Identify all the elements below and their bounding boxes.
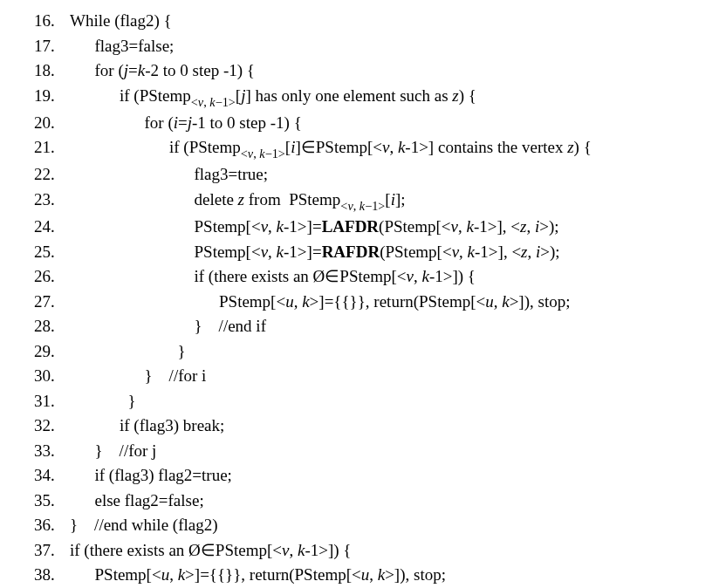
line-number-dot: . [51, 489, 70, 514]
line-number-dot: . [51, 84, 70, 111]
line-number: 30 [17, 364, 51, 389]
code-content: PStemp[<u, k>]={{}}, return(PStemp[<u, k… [70, 563, 446, 588]
code-content: if (PStemp<v, k−1>[i]∈PStemp[<v, k-1>] c… [70, 135, 592, 162]
line-number: 22 [17, 162, 51, 188]
line-number-dot: . [51, 463, 70, 489]
line-number-dot: . [51, 264, 70, 290]
code-line: 24. PStemp[<v, k-1>]=LAFDR(PStemp[<v, k-… [17, 215, 702, 240]
code-content: for (i=j-1 to 0 step -1) { [70, 111, 302, 136]
code-line: 22. flag3=true; [17, 162, 702, 188]
code-content: else flag2=false; [70, 489, 204, 514]
code-line: 23. delete z from PStemp<v, k−1>[i]; [17, 188, 702, 215]
code-line: 32. if (flag3) break; [17, 414, 702, 439]
code-content: if (PStemp<v, k−1>[j] has only one eleme… [70, 84, 476, 111]
line-number-dot: . [51, 135, 70, 162]
line-number: 16 [17, 9, 51, 34]
code-line: 21. if (PStemp<v, k−1>[i]∈PStemp[<v, k-1… [17, 135, 702, 162]
code-line: 19. if (PStemp<v, k−1>[j] has only one e… [17, 84, 702, 111]
code-content: for (j=k-2 to 0 step -1) { [70, 58, 255, 84]
code-content: } //for i [70, 364, 206, 389]
line-number-dot: . [51, 188, 70, 215]
line-number-dot: . [51, 364, 70, 389]
line-number-dot: . [51, 389, 70, 414]
line-number: 37 [17, 538, 51, 564]
line-number: 27 [17, 290, 51, 315]
code-line: 17. flag3=false; [17, 34, 702, 59]
line-number-dot: . [51, 240, 70, 265]
code-content: if (there exists an Ø∈PStemp[<v, k-1>]) … [70, 538, 351, 564]
line-number-dot: . [51, 34, 70, 59]
line-number-dot: . [51, 215, 70, 240]
code-line: 35. else flag2=false; [17, 489, 702, 514]
code-line: 36.} //end while (flag2) [17, 513, 702, 538]
line-number: 24 [17, 215, 51, 240]
code-content: if (flag3) flag2=true; [70, 463, 232, 489]
code-content: PStemp[<v, k-1>]=RAFDR(PStemp[<v, k-1>],… [70, 240, 560, 265]
line-number-dot: . [51, 162, 70, 188]
code-content: } //end if [70, 314, 266, 339]
line-number: 25 [17, 240, 51, 265]
line-number: 17 [17, 34, 51, 59]
code-content: } //for j [70, 439, 156, 464]
code-line: 29. } [17, 339, 702, 365]
line-number: 36 [17, 513, 51, 538]
line-number: 21 [17, 135, 51, 162]
code-content: flag3=true; [70, 162, 268, 188]
code-line: 27. PStemp[<u, k>]={{}}, return(PStemp[<… [17, 290, 702, 315]
code-line: 18. for (j=k-2 to 0 step -1) { [17, 58, 702, 84]
code-content: } [70, 389, 136, 414]
line-number-dot: . [51, 290, 70, 315]
line-number-dot: . [51, 314, 70, 339]
line-number-dot: . [51, 9, 70, 34]
code-content: flag3=false; [70, 34, 174, 59]
code-content: While (flag2) { [70, 9, 172, 34]
code-line: 26. if (there exists an Ø∈PStemp[<v, k-1… [17, 264, 702, 290]
line-number: 29 [17, 339, 51, 365]
line-number: 18 [17, 58, 51, 84]
code-line: 20. for (i=j-1 to 0 step -1) { [17, 111, 702, 136]
line-number: 38 [17, 563, 51, 588]
code-content: if (there exists an Ø∈PStemp[<v, k-1>]) … [70, 264, 476, 290]
code-content: delete z from PStemp<v, k−1>[i]; [70, 188, 406, 215]
code-content: PStemp[<v, k-1>]=LAFDR(PStemp[<v, k-1>],… [70, 215, 559, 240]
code-line: 38. PStemp[<u, k>]={{}}, return(PStemp[<… [17, 563, 702, 588]
line-number: 35 [17, 489, 51, 514]
line-number: 31 [17, 389, 51, 414]
code-line: 33. } //for j [17, 439, 702, 464]
code-line: 16.While (flag2) { [17, 9, 702, 34]
line-number-dot: . [51, 563, 70, 588]
line-number: 26 [17, 264, 51, 290]
code-content: } //end while (flag2) [70, 513, 218, 538]
line-number: 20 [17, 111, 51, 136]
pseudocode-listing: 16.While (flag2) {17. flag3=false;18. fo… [17, 9, 702, 588]
code-content: } [70, 339, 186, 365]
line-number-dot: . [51, 538, 70, 564]
code-content: if (flag3) break; [70, 414, 224, 439]
line-number: 23 [17, 188, 51, 215]
line-number-dot: . [51, 111, 70, 136]
code-line: 31. } [17, 389, 702, 414]
line-number: 33 [17, 439, 51, 464]
line-number: 32 [17, 414, 51, 439]
code-content: PStemp[<u, k>]={{}}, return(PStemp[<u, k… [70, 290, 570, 315]
line-number-dot: . [51, 513, 70, 538]
line-number: 19 [17, 84, 51, 111]
line-number-dot: . [51, 339, 70, 365]
line-number-dot: . [51, 439, 70, 464]
code-line: 28. } //end if [17, 314, 702, 339]
code-line: 30. } //for i [17, 364, 702, 389]
line-number: 34 [17, 463, 51, 489]
code-line: 37.if (there exists an Ø∈PStemp[<v, k-1>… [17, 538, 702, 564]
line-number-dot: . [51, 414, 70, 439]
code-line: 25. PStemp[<v, k-1>]=RAFDR(PStemp[<v, k-… [17, 240, 702, 265]
line-number: 28 [17, 314, 51, 339]
code-line: 34. if (flag3) flag2=true; [17, 463, 702, 489]
line-number-dot: . [51, 58, 70, 84]
